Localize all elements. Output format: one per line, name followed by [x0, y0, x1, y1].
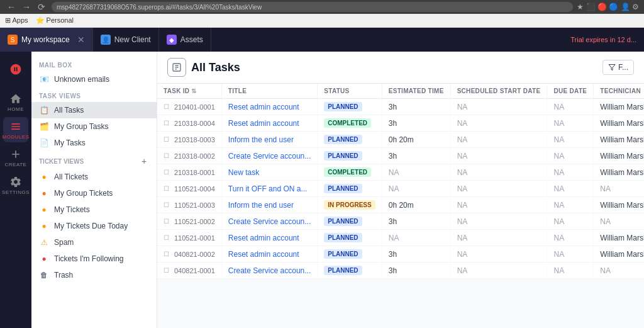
task-title-link-5[interactable]: Turn it OFF and ON a...	[228, 184, 308, 193]
tab-assets[interactable]: ◆ Assets	[159, 28, 211, 52]
filter-button[interactable]: F...	[602, 60, 634, 75]
tab-new-client[interactable]: 👤 New Client	[93, 28, 159, 52]
my-tickets-label: My Tickets	[54, 205, 90, 214]
task-title-link-4[interactable]: New task	[228, 168, 259, 177]
table-row[interactable]: ☐ 210318-0002 Create Service accoun... P…	[157, 148, 644, 164]
sidebar-item-my-tasks[interactable]: 📄 My Tasks	[31, 135, 157, 151]
task-title-link-8[interactable]: Reset admin account	[228, 234, 299, 242]
cell-technician-2: William Marshall	[594, 132, 644, 148]
col-technician[interactable]: TECHNICIAN	[594, 84, 644, 99]
workspace-tab-close[interactable]: ✕	[77, 35, 85, 45]
cell-due-9: NA	[547, 246, 594, 263]
cell-title-6[interactable]: Inform the end user	[221, 197, 317, 213]
sidebar-item-my-group-tickets[interactable]: ● My Group Tickets	[31, 185, 157, 201]
cell-estimated-0: 3h	[382, 99, 450, 115]
task-row-icon-5: ☐	[164, 185, 169, 192]
table-row[interactable]: ☐ 110521-0001 Reset admin account PLANNE…	[157, 230, 644, 246]
cell-title-7[interactable]: Create Service accoun...	[221, 213, 317, 230]
task-title-link-3[interactable]: Create Service accoun...	[228, 152, 311, 161]
address-bar[interactable]: msp482726877319068O576.superops.ai/#/tas…	[52, 2, 573, 12]
table-row[interactable]: ☐ 110521-0003 Inform the end user IN PRO…	[157, 197, 644, 213]
sidebar-item-unknown-emails[interactable]: 📧 Unknown emails	[31, 71, 157, 88]
cell-title-1[interactable]: Reset admin account	[221, 115, 317, 132]
task-title-link-2[interactable]: Inform the end user	[228, 135, 294, 144]
col-title[interactable]: TITLE	[221, 84, 317, 99]
nav-create[interactable]: CREATE	[3, 145, 28, 170]
table-row[interactable]: ☐ 110521-0004 Turn it OFF and ON a... PL…	[157, 181, 644, 197]
task-title-link-7[interactable]: Create Service accoun...	[228, 217, 311, 226]
cell-title-10[interactable]: Create Service accoun...	[221, 263, 317, 279]
technician-value-1: William Marshall	[600, 119, 644, 128]
sidebar-item-trash[interactable]: 🗑 Trash	[31, 267, 157, 283]
forward-button[interactable]: →	[20, 1, 33, 13]
cell-due-1: NA	[547, 115, 594, 132]
cell-status-6: IN PROGRESS	[318, 197, 382, 213]
task-id-value-4: 210318-0001	[174, 169, 215, 176]
task-title-link-9[interactable]: Reset admin account	[228, 250, 299, 259]
task-title-link-10[interactable]: Create Service accoun...	[228, 266, 311, 275]
sidebar-item-my-tickets-due-today[interactable]: ● My Tickets Due Today	[31, 218, 157, 234]
cell-title-3[interactable]: Create Service accoun...	[221, 148, 317, 164]
col-task-id[interactable]: TASK ID ⇅	[157, 84, 221, 99]
icon-nav: HOME MODULES CREATE SETTINGS	[0, 52, 31, 328]
sidebar-item-my-tickets[interactable]: ● My Tickets	[31, 201, 157, 218]
cell-task-id-2: ☐ 210318-0003	[157, 132, 221, 148]
nav-modules[interactable]: MODULES	[3, 117, 28, 142]
personal-bookmark[interactable]: ⭐ Personal	[36, 16, 74, 25]
ticket-views-add-button[interactable]: +	[139, 156, 149, 166]
cell-title-5[interactable]: Turn it OFF and ON a...	[221, 181, 317, 197]
task-row-icon-8: ☐	[164, 234, 169, 241]
sidebar-item-spam[interactable]: ⚠ Spam	[31, 234, 157, 251]
cell-title-8[interactable]: Reset admin account	[221, 230, 317, 246]
table-row[interactable]: ☐ 210318-0001 New task COMPLETED NA NA N…	[157, 164, 644, 181]
cell-title-4[interactable]: New task	[221, 164, 317, 181]
col-scheduled-start[interactable]: SCHEDULED START DATE	[450, 84, 547, 99]
cell-status-4: COMPLETED	[318, 164, 382, 181]
client-tab-icon: 👤	[101, 35, 111, 45]
mailbox-section-label: MAIL BOX	[31, 57, 157, 71]
tab-workspace[interactable]: S My workspace ✕	[0, 28, 93, 52]
sidebar-item-my-group-tasks[interactable]: 🗂️ My Group Tasks	[31, 118, 157, 135]
cell-title-0[interactable]: Reset admin account	[221, 99, 317, 115]
tasks-table: TASK ID ⇅ TITLE STATUS ESTIMATED TIME SC…	[157, 84, 644, 279]
sidebar-item-tickets-following[interactable]: ● Tickets I'm Following	[31, 251, 157, 267]
apps-bookmark[interactable]: ⊞ Apps	[5, 16, 28, 25]
technician-value-0: William Marshall	[600, 103, 644, 111]
task-row-icon-10: ☐	[164, 267, 169, 274]
scheduled-value-5: NA	[457, 184, 468, 193]
table-row[interactable]: ☐ 040821-0001 Create Service accoun... P…	[157, 263, 644, 279]
nav-settings[interactable]: SETTINGS	[3, 172, 28, 198]
task-title-link-6[interactable]: Inform the end user	[228, 201, 294, 210]
estimated-value-9: 3h	[389, 250, 397, 259]
technician-value-2: William Marshall	[600, 135, 644, 144]
col-due-date[interactable]: DUE DATE	[547, 84, 594, 99]
reload-button[interactable]: ⟳	[35, 1, 48, 13]
cell-title-2[interactable]: Inform the end user	[221, 132, 317, 148]
spam-label: Spam	[54, 238, 74, 247]
sidebar-item-all-tasks[interactable]: 📋 All Tasks	[31, 102, 157, 118]
table-row[interactable]: ☐ 210318-0004 Reset admin account COMPLE…	[157, 115, 644, 132]
browser-actions: ★ ⬛ 🔴 🔵 👤 ⚙	[577, 3, 639, 11]
table-row[interactable]: ☐ 110521-0002 Create Service accoun... P…	[157, 213, 644, 230]
sort-icon: ⇅	[191, 88, 196, 94]
task-id-value-6: 110521-0003	[174, 201, 215, 209]
table-row[interactable]: ☐ 040821-0002 Reset admin account PLANNE…	[157, 246, 644, 263]
task-title-link-0[interactable]: Reset admin account	[228, 103, 299, 111]
cell-title-9[interactable]: Reset admin account	[221, 246, 317, 263]
due-value-8: NA	[553, 234, 564, 242]
back-button[interactable]: ←	[5, 1, 18, 13]
task-title-link-1[interactable]: Reset admin account	[228, 119, 299, 128]
cell-scheduled-1: NA	[450, 115, 547, 132]
table-row[interactable]: ☐ 210318-0003 Inform the end user PLANNE…	[157, 132, 644, 148]
tickets-following-label: Tickets I'm Following	[54, 254, 124, 263]
cell-scheduled-10: NA	[450, 263, 547, 279]
table-row[interactable]: ☐ 210401-0001 Reset admin account PLANNE…	[157, 99, 644, 115]
nav-home[interactable]: HOME	[3, 89, 28, 115]
bookmark-icon: ★	[577, 3, 584, 11]
tasks-table-container[interactable]: TASK ID ⇅ TITLE STATUS ESTIMATED TIME SC…	[157, 84, 644, 328]
app-logo[interactable]	[3, 57, 28, 82]
sidebar-item-all-tickets[interactable]: ● All Tickets	[31, 169, 157, 185]
status-badge-3: PLANNED	[324, 151, 362, 161]
col-estimated-time[interactable]: ESTIMATED TIME	[382, 84, 450, 99]
col-status[interactable]: STATUS	[318, 84, 382, 99]
